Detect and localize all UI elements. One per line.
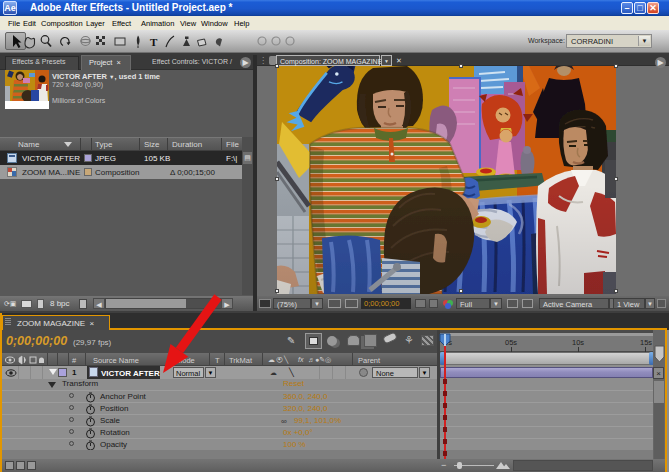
svg-text:T: T bbox=[150, 36, 158, 48]
